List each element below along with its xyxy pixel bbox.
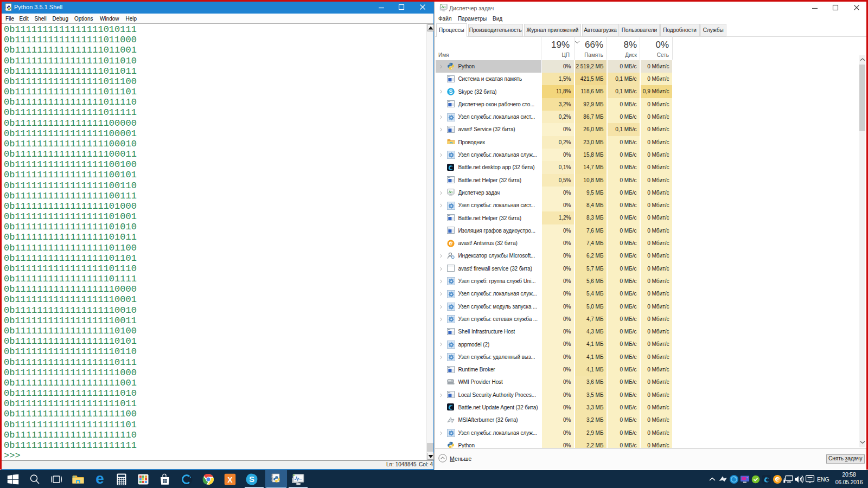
svg-text:X: X bbox=[227, 475, 233, 484]
svg-text:S: S bbox=[249, 475, 254, 484]
svg-text:S: S bbox=[449, 88, 452, 95]
